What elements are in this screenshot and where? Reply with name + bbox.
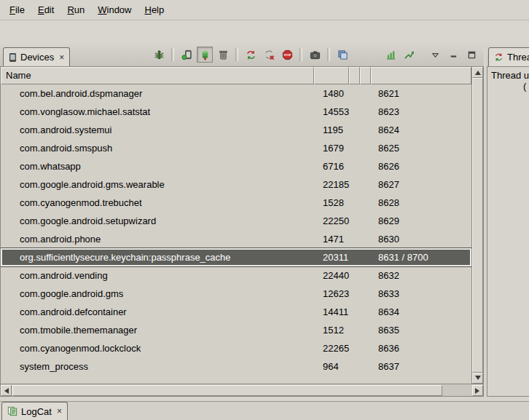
process-pid: 14411 [314,306,349,317]
process-port: 8636 [371,343,471,354]
column-header-port[interactable] [371,67,471,84]
process-pid: 22265 [314,343,349,354]
table-row[interactable]: com.android.defcontainer 14411 8634 [1,303,471,321]
table-row[interactable]: org.sufficientlysecure.keychain:passphra… [1,248,471,266]
menu-run[interactable]: Run [60,1,91,18]
process-name: com.android.smspush [1,143,314,154]
close-icon[interactable]: × [55,406,62,416]
column-header-3[interactable] [349,67,360,84]
process-port: 8635 [371,325,471,336]
horizontal-scrollbar[interactable] [1,384,483,396]
table-row[interactable]: com.android.systemui 1195 8624 [1,121,471,139]
process-name: com.tmobile.thememanager [1,325,314,336]
process-pid: 14553 [314,106,349,117]
process-name: com.android.vending [1,270,314,281]
view-menu-icon[interactable] [427,47,443,63]
column-header-name[interactable]: Name [1,67,314,84]
process-pid: 6716 [314,161,349,172]
table-row[interactable]: system_process 964 8637 [1,357,471,376]
table-row[interactable]: com.bel.android.dspmanager 1480 8621 [1,84,471,103]
update-threads-icon[interactable] [243,47,259,63]
heap-chart-icon[interactable] [383,47,399,63]
menu-help[interactable]: Help [138,1,171,18]
menu-edit[interactable]: Edit [31,1,60,18]
process-name: com.google.android.setupwizard [1,215,314,226]
horizontal-scrollbar-thumb[interactable] [12,385,442,396]
toolbar-separator [299,48,302,61]
maximize-icon[interactable] [463,47,479,63]
process-port: 8627 [371,179,471,190]
method-profiling-icon[interactable] [401,47,417,63]
process-port: 8624 [371,124,471,135]
process-port: 8632 [371,270,471,281]
dump-hprof-icon[interactable] [197,47,213,63]
table-row[interactable]: com.android.smspush 1679 8625 [1,139,471,157]
update-heap-icon[interactable] [179,47,195,63]
scroll-up-icon[interactable] [472,67,483,78]
process-pid: 1471 [314,234,349,245]
menu-bar: FileEditRunWindowHelp [0,0,529,20]
devices-tabstrip: Devices × STOP [0,43,484,67]
process-port: 8625 [371,143,471,154]
column-header-pid[interactable] [314,67,349,84]
view-hierarchy-icon[interactable] [334,47,350,63]
table-row[interactable]: com.tmobile.thememanager 1512 8635 [1,321,471,339]
close-icon[interactable]: × [58,52,64,63]
process-name: com.vonglasow.michael.satstat [1,106,314,117]
scroll-left-icon[interactable] [1,385,12,396]
process-port: 8626 [371,161,471,172]
process-name: com.cyanogenmod.trebuchet [1,197,314,208]
tab-threads-label: Threads [507,52,529,63]
process-port: 8623 [371,106,471,117]
tab-logcat[interactable]: LogCat × [1,402,68,420]
process-name: com.google.android.gms.wearable [1,179,314,190]
table-row[interactable]: com.android.phone 1471 8630 [1,230,471,248]
threads-message-line2: ( [523,81,529,92]
process-name: com.bel.android.dspmanager [1,88,314,99]
table-row[interactable]: com.whatsapp 6716 8626 [1,157,471,175]
process-pid: 1512 [314,325,349,336]
threads-panel: Threads Thread up ( [487,43,529,401]
profile-threads-icon[interactable] [261,47,277,63]
table-row[interactable]: com.cyanogenmod.lockclock 22265 8636 [1,339,471,357]
scroll-down-icon[interactable] [472,373,483,384]
table-row[interactable]: com.vonglasow.michael.satstat 14553 8623 [1,103,471,121]
column-header-4[interactable] [360,67,371,84]
process-port: 8634 [371,306,471,317]
vertical-scrollbar-thumb[interactable] [472,78,483,373]
process-table: Name com.bel.android.dspmanager 1480 862… [0,66,484,397]
vertical-scrollbar[interactable] [471,67,483,384]
cause-gc-icon[interactable] [215,47,231,63]
stop-process-icon[interactable]: STOP [279,47,295,63]
table-header: Name [1,67,471,84]
scroll-right-icon[interactable] [472,385,483,396]
table-row[interactable]: com.google.android.setupwizard 22250 862… [1,212,471,230]
process-pid: 20311 [314,252,349,263]
table-row[interactable]: com.google.android.gms.wearable 22185 86… [1,175,471,194]
tab-logcat-label: LogCat [21,406,52,417]
process-pid: 22440 [314,270,349,281]
process-pid: 12623 [314,288,349,299]
menu-file[interactable]: File [3,1,31,18]
logcat-icon [7,406,17,416]
menu-window[interactable]: Window [91,1,138,18]
tab-devices[interactable]: Devices × [3,47,70,66]
process-port: 8633 [371,288,471,299]
minimize-icon[interactable] [445,47,461,63]
table-row[interactable]: com.android.vending 22440 8632 [1,266,471,285]
process-name: com.cyanogenmod.lockclock [1,343,314,354]
process-name: com.whatsapp [1,161,314,172]
process-port: 8628 [371,197,471,208]
device-icon [9,52,17,63]
process-port: 8630 [371,234,471,245]
screen-capture-icon[interactable] [307,47,323,63]
process-pid: 1679 [314,143,349,154]
table-row[interactable]: com.google.android.gms 12623 8633 [1,285,471,303]
tab-threads[interactable]: Threads [488,47,529,66]
threads-tabstrip: Threads [487,43,529,67]
process-port: 8637 [371,361,471,372]
debug-process-icon[interactable] [151,47,167,63]
ddms-window: FileEditRunWindowHelp Devices × STOP Nam… [0,0,529,420]
process-pid: 1528 [314,197,349,208]
table-row[interactable]: com.cyanogenmod.trebuchet 1528 8628 [1,194,471,212]
